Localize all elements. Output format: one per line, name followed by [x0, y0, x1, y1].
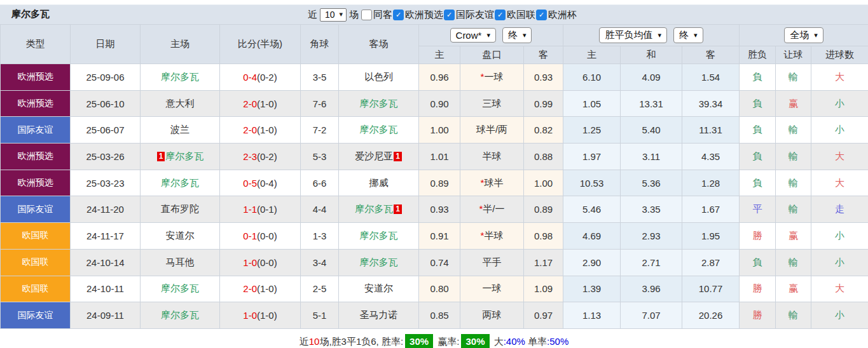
cell-avg-home: 1.25: [563, 117, 621, 144]
handicap-text: 一球: [483, 283, 502, 293]
cell-handicap: *半球: [460, 223, 524, 250]
cell-result: 負: [740, 249, 776, 276]
cell-crow-away-odds: 0.93: [524, 64, 563, 91]
cell-date: 24-11-17: [71, 223, 141, 250]
cell-avg-away: 4.35: [682, 144, 740, 170]
cell-avg-away: 2.87: [682, 249, 740, 276]
league-checkbox[interactable]: ✓: [536, 10, 547, 20]
league-checkbox[interactable]: ✓: [495, 10, 506, 20]
avg-source-value: 胜平负均值: [605, 29, 652, 41]
odds-time-value: 终: [508, 29, 518, 41]
handicap-text: 平手: [483, 257, 502, 267]
handicap-text: 两球: [483, 309, 502, 320]
cell-corner: 2-5: [301, 276, 339, 302]
cell-goals: 小: [811, 117, 868, 144]
cell-corner: 6-6: [301, 170, 339, 196]
col-header-away: 客场: [339, 25, 419, 64]
league-checkbox[interactable]: ✓: [444, 10, 455, 20]
score-halftime: (0-0): [257, 257, 277, 268]
odds-source-value: Crow*: [456, 30, 482, 41]
score-halftime: (1-0): [257, 98, 277, 109]
cell-type: 欧洲预选: [1, 90, 71, 117]
summary-text: 单率: [525, 336, 547, 347]
cell-date: 24-11-20: [71, 196, 141, 223]
odds-time-select[interactable]: 终 ▾: [502, 27, 532, 43]
handicap-text: 球半/两: [476, 124, 507, 135]
same-away-checkbox[interactable]: [361, 10, 372, 20]
summary-footer: 近10场,胜3平1负6, 胜率:30% 赢率:30% 大:40% 单率:50%: [0, 329, 868, 348]
cell-goals: 小: [811, 223, 868, 250]
cell-avg-away: 1.67: [682, 196, 740, 223]
page: 摩尔多瓦 近 10 ▾ 场 同客 ✓欧洲预选✓国际友谊✓欧国联✓欧洲杯 类型: [0, 0, 868, 348]
cell-goals: 小: [811, 302, 868, 329]
cell-handicap: *球半: [460, 170, 524, 196]
cell-home-team: 摩尔多瓦: [141, 64, 220, 91]
cell-avg-away: 10.77: [682, 276, 740, 302]
team-name: 爱沙尼亚: [355, 151, 393, 161]
matches-label: 场: [349, 9, 359, 21]
cell-handicap: 平手: [460, 249, 524, 276]
team-name: 摩尔多瓦: [360, 257, 398, 267]
match-count-select[interactable]: 10 ▾: [320, 8, 347, 22]
cell-crow-home-odds: 0.96: [419, 64, 460, 91]
score-fulltime: 1-0: [243, 310, 257, 321]
col-header-corner: 角球: [301, 25, 339, 64]
cell-crow-away-odds: 0.88: [524, 144, 563, 170]
score-fulltime: 2-3: [243, 151, 257, 162]
cell-score: 1-0(1-0): [220, 302, 301, 329]
col-header-avg-away: 客: [682, 46, 740, 64]
col-header-handicap-result: 让球: [776, 46, 811, 64]
same-away-filter: 同客: [361, 9, 392, 21]
cell-crow-away-odds: 0.98: [524, 223, 563, 250]
cell-type: 欧洲预选: [1, 170, 71, 196]
league-checkbox[interactable]: ✓: [393, 10, 404, 20]
cell-corner: 3-4: [301, 249, 339, 276]
cell-corner: 5-3: [301, 144, 339, 170]
match-history-table: 类型 日期 主场 比分(半场) 角球 客场 Crow* ▾ 终 ▾: [0, 24, 868, 329]
cell-avg-draw: 3.35: [621, 196, 682, 223]
cell-handicap-result: 赢: [776, 90, 811, 117]
cell-home-team: 意大利: [141, 90, 220, 117]
cell-avg-away: 1.95: [682, 223, 740, 250]
league-filters: ✓欧洲预选✓国际友谊✓欧国联✓欧洲杯: [393, 8, 577, 21]
odds-group-header: Crow* ▾ 终 ▾: [419, 25, 563, 46]
score-halftime: (0-4): [257, 178, 277, 189]
cell-goals: 大: [811, 144, 868, 170]
team-name: 摩尔多瓦: [360, 124, 398, 135]
cell-handicap-result: 輸: [776, 117, 811, 144]
cell-avg-home: 5.46: [563, 196, 621, 223]
cell-avg-draw: 4.09: [621, 64, 682, 91]
score-halftime: (0-0): [257, 231, 277, 241]
table-row: 国际友谊24-11-20直布罗陀1-1(0-1)4-4摩尔多瓦10.93*半/一…: [1, 196, 868, 223]
cell-away-team: 摩尔多瓦: [339, 223, 419, 250]
col-header-avg-draw: 和: [621, 46, 682, 64]
cell-crow-away-odds: 0.89: [524, 196, 563, 223]
cell-score: 2-0(1-0): [220, 117, 301, 144]
cell-result: 負: [740, 90, 776, 117]
cell-avg-home: 1.97: [563, 144, 621, 170]
league-label: 欧洲预选: [405, 9, 443, 21]
cell-result: 勝: [740, 302, 776, 329]
table-row: 欧国联24-11-17安道尔0-1(0-0)1-3摩尔多瓦0.91*半球0.98…: [1, 223, 868, 250]
table-row: 欧洲预选25-03-261摩尔多瓦2-3(0-2)5-3爱沙尼亚11.01半球0…: [1, 144, 868, 170]
cell-goals: 大: [811, 170, 868, 196]
scope-select[interactable]: 全场 ▾: [784, 27, 823, 43]
odds-source-select[interactable]: Crow* ▾: [450, 28, 496, 43]
avg-time-select[interactable]: 终 ▾: [673, 27, 703, 43]
cell-avg-home: 1.39: [563, 276, 621, 302]
team-name: 摩尔多瓦: [161, 283, 199, 293]
handicap-text: 球半: [484, 177, 503, 188]
cell-crow-home-odds: 0.93: [419, 196, 460, 223]
cell-avg-away: 1.28: [682, 170, 740, 196]
cell-avg-draw: 5.40: [621, 117, 682, 144]
col-header-home: 主场: [141, 25, 220, 64]
cell-handicap-result: 輸: [776, 170, 811, 196]
cell-crow-away-odds: 0.97: [524, 302, 563, 329]
avg-source-select[interactable]: 胜平负均值 ▾: [599, 27, 667, 43]
cell-handicap-result: 赢: [776, 276, 811, 302]
cell-result: 勝: [740, 223, 776, 250]
cell-crow-home-odds: 0.90: [419, 90, 460, 117]
team-name: 以色列: [364, 71, 393, 82]
cell-away-team: 安道尔: [339, 276, 419, 302]
cell-crow-home-odds: 1.01: [419, 144, 460, 170]
